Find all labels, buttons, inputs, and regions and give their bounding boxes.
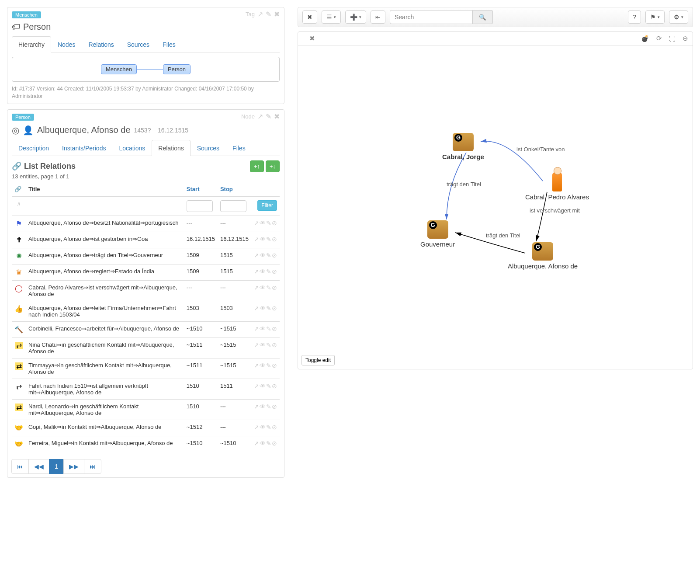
row-share-icon[interactable]: ↗	[254, 440, 259, 447]
row-edit-icon[interactable]: ✎	[266, 236, 271, 243]
share-icon[interactable]: ↗	[257, 112, 263, 121]
tab-description[interactable]: Description	[12, 140, 55, 156]
row-eye-icon[interactable]: 👁	[260, 268, 266, 275]
row-delete-icon[interactable]: ⊘	[272, 440, 277, 447]
table-row[interactable]: 🔨Corbinelli, Francesco⇒arbeitet für⇒Albu…	[12, 321, 280, 337]
page-first[interactable]: ⏮	[11, 459, 29, 474]
row-delete-icon[interactable]: ⊘	[272, 362, 277, 369]
table-row[interactable]: ⇄Nardi, Leonardo⇒in geschäftlichem Konta…	[12, 399, 280, 420]
table-row[interactable]: ✺Albuquerque, Afonso de⇒trägt den Titel⇒…	[12, 248, 280, 264]
graph-node-gouverneur[interactable]: Gouverneur	[420, 220, 455, 248]
share-icon[interactable]: ↗	[257, 10, 263, 18]
tab-instants-periods[interactable]: Instants/Periods	[55, 140, 112, 156]
row-share-icon[interactable]: ↗	[254, 284, 259, 291]
page-next[interactable]: ▶▶	[63, 459, 84, 474]
row-share-icon[interactable]: ↗	[254, 325, 259, 332]
row-delete-icon[interactable]: ⊘	[272, 325, 277, 332]
close-icon[interactable]: ✖	[274, 112, 280, 121]
clear-button[interactable]: ✖	[302, 10, 317, 24]
table-row[interactable]: 🤝Gopi, Malik⇒in Kontakt mit⇒Albuquerque,…	[12, 420, 280, 436]
graph-minimize-icon[interactable]: ⊖	[683, 35, 688, 42]
row-delete-icon[interactable]: ⊘	[272, 268, 277, 275]
graph-expand-icon[interactable]: ⛶	[669, 35, 676, 42]
row-eye-icon[interactable]: 👁	[260, 424, 266, 431]
graph-bomb-icon[interactable]: 💣	[641, 35, 649, 42]
add-incoming-button[interactable]: +↑	[250, 160, 264, 172]
row-delete-icon[interactable]: ⊘	[272, 383, 277, 390]
page-last[interactable]: ⏭	[84, 459, 101, 474]
toggle-edit-button[interactable]: Toggle edit	[301, 355, 335, 365]
tag-badge[interactable]: Menschen	[12, 11, 41, 18]
row-eye-icon[interactable]: 👁	[260, 236, 266, 243]
graph-node-cabral_pedro[interactable]: Cabral, Pedro Alvares	[525, 172, 589, 201]
row-edit-icon[interactable]: ✎	[266, 383, 271, 390]
row-edit-icon[interactable]: ✎	[266, 362, 271, 369]
graph-close-icon[interactable]: ✖	[309, 35, 315, 42]
tab-nodes[interactable]: Nodes	[51, 36, 82, 52]
search-input[interactable]	[390, 10, 473, 24]
table-row[interactable]: ◯Cabral, Pedro Alvares⇒ist verschwägert …	[12, 280, 280, 301]
row-delete-icon[interactable]: ⊘	[272, 424, 277, 431]
row-delete-icon[interactable]: ⊘	[272, 236, 277, 243]
row-delete-icon[interactable]: ⊘	[272, 284, 277, 291]
row-share-icon[interactable]: ↗	[254, 362, 259, 369]
tab-files[interactable]: Files	[156, 36, 182, 52]
tab-files[interactable]: Files	[226, 140, 252, 156]
node-badge[interactable]: Person	[12, 114, 34, 121]
settings-dropdown[interactable]: ⚙ ▾	[669, 10, 688, 24]
row-eye-icon[interactable]: 👁	[260, 341, 266, 348]
row-edit-icon[interactable]: ✎	[266, 341, 271, 348]
edit-icon[interactable]: ✎	[266, 10, 271, 18]
table-row[interactable]: ⇄Nina Chatu⇒in geschäftlichem Kontakt mi…	[12, 337, 280, 358]
row-delete-icon[interactable]: ⊘	[272, 252, 277, 259]
table-row[interactable]: ⚑Albuquerque, Afonso de⇒besitzt National…	[12, 216, 280, 232]
row-edit-icon[interactable]: ✎	[266, 305, 271, 312]
row-delete-icon[interactable]: ⊘	[272, 305, 277, 312]
table-row[interactable]: 🤝Ferreira, Miguel⇒in Kontakt mit⇒Albuque…	[12, 436, 280, 452]
row-share-icon[interactable]: ↗	[254, 403, 259, 410]
list-dropdown[interactable]: ☰ ▾	[322, 10, 341, 24]
filter-stop-input[interactable]	[220, 200, 246, 212]
tab-hierarchy[interactable]: Hierarchy	[12, 36, 51, 52]
row-eye-icon[interactable]: 👁	[260, 219, 266, 226]
table-row[interactable]: ✝Albuquerque, Afonso de⇒ist gestorben in…	[12, 232, 280, 248]
tab-locations[interactable]: Locations	[112, 140, 152, 156]
row-eye-icon[interactable]: 👁	[260, 305, 266, 312]
row-edit-icon[interactable]: ✎	[266, 325, 271, 332]
tab-relations[interactable]: Relations	[152, 140, 190, 156]
row-edit-icon[interactable]: ✎	[266, 424, 271, 431]
add-dropdown[interactable]: ➕ ▾	[345, 10, 366, 24]
row-share-icon[interactable]: ↗	[254, 252, 259, 259]
table-row[interactable]: ♛Albuquerque, Afonso de⇒regiert⇒Estado d…	[12, 264, 280, 280]
row-delete-icon[interactable]: ⊘	[272, 341, 277, 348]
table-row[interactable]: 👍Albuquerque, Afonso de⇒leitet Firma/Unt…	[12, 301, 280, 321]
row-eye-icon[interactable]: 👁	[260, 325, 266, 332]
row-eye-icon[interactable]: 👁	[260, 284, 266, 291]
table-row[interactable]: ⇄Timmayya⇒in geschäftlichem Kontakt mit⇒…	[12, 358, 280, 379]
row-share-icon[interactable]: ↗	[254, 383, 259, 390]
row-edit-icon[interactable]: ✎	[266, 252, 271, 259]
close-icon[interactable]: ✖	[274, 10, 280, 18]
page-current[interactable]: 1	[49, 459, 64, 474]
graph-node-albuquerque[interactable]: Albuquerque, Afonso de	[508, 242, 578, 270]
row-share-icon[interactable]: ↗	[254, 236, 259, 243]
row-share-icon[interactable]: ↗	[254, 341, 259, 348]
row-share-icon[interactable]: ↗	[254, 424, 259, 431]
edit-icon[interactable]: ✎	[266, 112, 271, 121]
filter-button[interactable]: Filter	[257, 200, 277, 211]
row-share-icon[interactable]: ↗	[254, 268, 259, 275]
help-button[interactable]: ?	[628, 10, 641, 24]
search-button[interactable]: 🔍	[473, 10, 493, 24]
row-eye-icon[interactable]: 👁	[260, 252, 266, 259]
row-eye-icon[interactable]: 👁	[260, 362, 266, 369]
row-share-icon[interactable]: ↗	[254, 219, 259, 226]
col-start[interactable]: Start	[184, 182, 218, 196]
row-edit-icon[interactable]: ✎	[266, 268, 271, 275]
tab-sources[interactable]: Sources	[121, 36, 156, 52]
graph-node-cabral_jorge[interactable]: Cabral, Jorge	[442, 133, 484, 160]
clear-filter-icon[interactable]: 〃	[14, 200, 23, 209]
row-edit-icon[interactable]: ✎	[266, 440, 271, 447]
add-outgoing-button[interactable]: +↓	[266, 160, 280, 172]
row-share-icon[interactable]: ↗	[254, 305, 259, 312]
row-eye-icon[interactable]: 👁	[260, 440, 266, 447]
